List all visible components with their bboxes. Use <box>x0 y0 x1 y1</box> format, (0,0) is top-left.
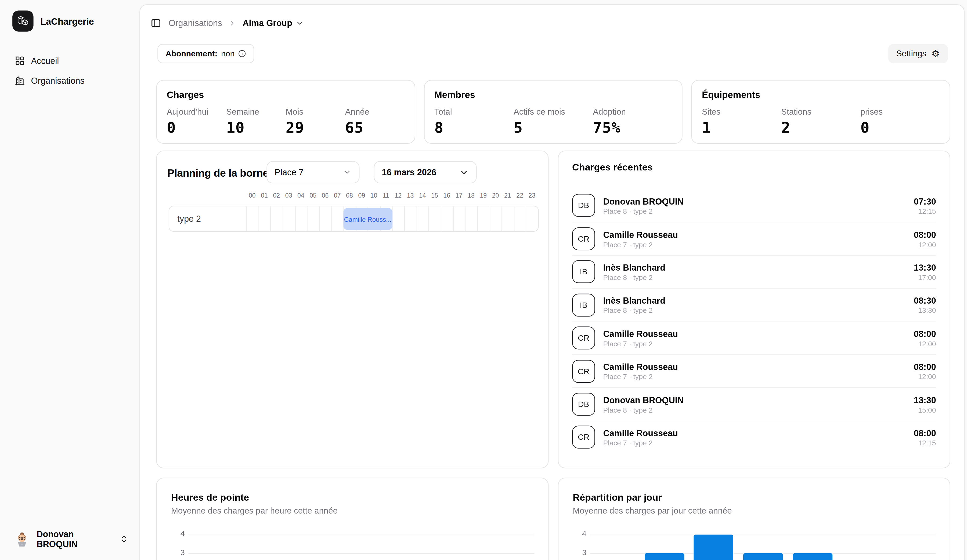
chart-bar <box>644 553 684 560</box>
brand: LaChargerie <box>0 0 139 32</box>
recent-charge-name: Donovan BROQUIN <box>603 395 684 405</box>
date-select-value: 16 mars 2026 <box>382 167 437 177</box>
stats-row: Charges Aujourd'hui0Semaine10Mois29Année… <box>156 80 950 144</box>
breadcrumb-organisations-link[interactable]: Organisations <box>169 18 222 28</box>
recent-charge-row[interactable]: IBInès BlanchardPlace 8 · type 213:3017:… <box>572 255 936 288</box>
hour-label: 17 <box>453 192 465 200</box>
sidebar-item-accueil[interactable]: Accueil <box>10 51 129 70</box>
avatar-initials: IB <box>572 294 595 316</box>
stat-metric: Mois29 <box>285 107 345 136</box>
breadcrumb-current-org-dropdown[interactable]: Alma Group <box>243 18 303 28</box>
sidebar-toggle-button[interactable] <box>149 16 163 30</box>
stat-card-membres: Membres Total8Actifs ce mois5Adoption75% <box>424 80 683 144</box>
stat-metric-value: 0 <box>860 119 940 137</box>
recent-charge-name: Camille Rousseau <box>603 329 678 339</box>
timeline-hour-cell <box>416 206 428 231</box>
recent-charge-detail: Place 8 · type 2 <box>603 207 684 215</box>
stat-metrics: Total8Actifs ce mois5Adoption75% <box>434 107 672 136</box>
recent-charge-end-time: 17:00 <box>914 274 936 281</box>
settings-button[interactable]: Settings ⚙︎ <box>888 44 948 63</box>
stat-card-title: Charges <box>167 89 404 100</box>
avatar-initials: DB <box>572 194 595 217</box>
avatar-initials: CR <box>572 327 595 349</box>
recent-charge-row[interactable]: CRCamille RousseauPlace 7 · type 208:001… <box>572 420 936 453</box>
brand-name: LaChargerie <box>40 16 94 26</box>
timeline-hour-cell <box>331 206 343 231</box>
timeline-row: type 2 Camille Rouss... <box>169 206 539 232</box>
recent-charge-start-time: 08:00 <box>914 428 936 438</box>
stat-metric-value: 65 <box>345 119 404 137</box>
recent-charge-row[interactable]: DBDonovan BROQUINPlace 8 · type 213:3015… <box>572 387 936 420</box>
recent-charge-detail: Place 8 · type 2 <box>603 406 684 414</box>
chart-bar <box>793 553 832 560</box>
recent-charge-info: Camille RousseauPlace 7 · type 2 <box>603 428 678 446</box>
timeline-event-camille[interactable]: Camille Rouss... <box>343 208 392 230</box>
stat-metric: Actifs ce mois5 <box>513 107 593 136</box>
app-root: LaChargerie Accueil Organisations <box>0 0 967 560</box>
recent-charge-end-time: 12:00 <box>914 340 936 348</box>
stat-metric-label: Adoption <box>593 107 672 117</box>
timeline-hour-cell <box>441 206 453 231</box>
timeline-hour-cell <box>258 206 270 231</box>
stat-card-title: Équipements <box>702 89 940 100</box>
chevron-down-icon <box>459 168 469 177</box>
recent-charge-times: 08:0012:00 <box>914 362 936 380</box>
chart-gridline <box>188 553 535 554</box>
stat-card-title: Membres <box>434 89 672 100</box>
info-icon[interactable] <box>238 49 246 58</box>
recent-charge-detail: Place 7 · type 2 <box>603 439 678 447</box>
stat-metrics: Sites1Stations2prises0 <box>702 107 940 136</box>
recent-charge-row[interactable]: IBInès BlanchardPlace 8 · type 208:3013:… <box>572 288 936 321</box>
hour-label: 19 <box>477 192 489 200</box>
stat-metric: Sites1 <box>702 107 781 136</box>
timeline-hour-cell <box>282 206 295 231</box>
stat-metric-label: Année <box>345 107 404 117</box>
recent-charge-start-time: 07:30 <box>914 196 936 206</box>
chevrons-up-down-icon <box>120 535 128 544</box>
hour-label: 13 <box>404 192 416 200</box>
hour-label: 06 <box>319 192 331 200</box>
stat-metric-value: 10 <box>226 119 285 137</box>
stat-metric-label: prises <box>860 107 940 117</box>
user-name: Donovan BROQUIN <box>36 529 113 549</box>
avatar-initials: CR <box>572 426 595 449</box>
hour-label: 09 <box>356 192 368 200</box>
main-panel: Organisations Alma Group Abonnement: non… <box>139 4 965 560</box>
avatar-initials: DB <box>572 393 595 415</box>
recent-charge-end-time: 13:30 <box>914 307 936 315</box>
place-select[interactable]: Place 7 <box>266 161 360 183</box>
timeline-hour-cell <box>428 206 441 231</box>
recent-charge-row[interactable]: CRCamille RousseauPlace 7 · type 208:001… <box>572 321 936 354</box>
recent-charge-end-time: 12:15 <box>914 439 936 447</box>
timeline-hour-cell <box>246 206 258 231</box>
hour-label: 00 <box>246 192 258 200</box>
stat-metric: Année65 <box>345 107 404 136</box>
dashboard-grid-icon <box>15 56 25 66</box>
recent-charge-detail: Place 7 · type 2 <box>603 373 678 380</box>
stat-metric: Adoption75% <box>593 107 672 136</box>
recent-charge-start-time: 08:00 <box>914 329 936 339</box>
timeline-hour-cell <box>526 206 538 231</box>
timeline-row-label: type 2 <box>169 206 246 231</box>
timeline-hour-cell <box>477 206 489 231</box>
hour-label: 04 <box>295 192 307 200</box>
recent-charge-start-time: 08:00 <box>914 362 936 372</box>
date-select[interactable]: 16 mars 2026 <box>374 161 477 183</box>
stat-metric-label: Aujourd'hui <box>167 107 226 117</box>
settings-label: Settings <box>896 49 926 58</box>
user-menu[interactable]: Donovan BROQUIN <box>10 528 132 550</box>
stat-metric: Semaine10 <box>226 107 285 136</box>
avatar-initials: CR <box>572 227 595 250</box>
sidebar-item-organisations[interactable]: Organisations <box>10 71 129 90</box>
recent-charge-row[interactable]: DBDonovan BROQUINPlace 8 · type 207:3012… <box>572 189 936 222</box>
recent-charge-name: Donovan BROQUIN <box>603 196 684 206</box>
stat-metric: Stations2 <box>781 107 860 136</box>
stat-metric: Total8 <box>434 107 513 136</box>
recent-charge-row[interactable]: CRCamille RousseauPlace 7 · type 208:001… <box>572 222 936 255</box>
recent-charge-detail: Place 7 · type 2 <box>603 340 678 348</box>
stat-card-charges: Charges Aujourd'hui0Semaine10Mois29Année… <box>156 80 415 144</box>
hour-label: 07 <box>331 192 343 200</box>
recent-charge-row[interactable]: CRCamille RousseauPlace 7 · type 208:001… <box>572 354 936 387</box>
recent-charge-detail: Place 8 · type 2 <box>603 274 665 281</box>
subscription-value: non <box>221 49 234 58</box>
